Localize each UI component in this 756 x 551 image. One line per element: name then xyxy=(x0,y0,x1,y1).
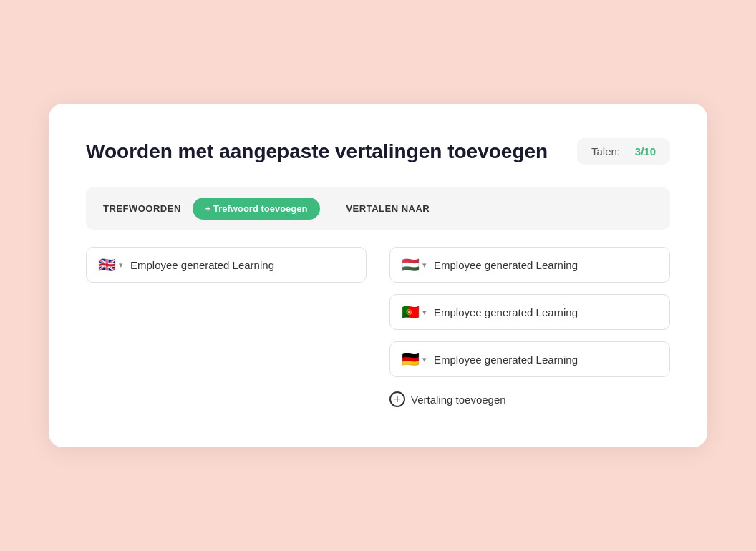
plus-circle-icon: + xyxy=(389,391,405,407)
language-dropdown-en[interactable]: 🇬🇧 ▾ xyxy=(98,258,123,272)
language-dropdown-pt[interactable]: 🇵🇹 ▾ xyxy=(402,305,427,319)
language-dropdown-de[interactable]: 🇩🇪 ▾ xyxy=(402,352,427,366)
chevron-down-icon: ▾ xyxy=(119,260,123,270)
chevron-down-icon: ▾ xyxy=(422,308,427,317)
talen-label: Talen: xyxy=(591,145,620,157)
vertalen-naar-label: VERTALEN NAAR xyxy=(331,203,653,214)
trefwoorden-label: TREFWOORDEN xyxy=(103,203,181,214)
add-translation-button[interactable]: + Vertaling toevoegen xyxy=(389,389,670,410)
talen-count: 3/10 xyxy=(635,145,656,157)
keyword-text: Employee generated Learning xyxy=(130,259,274,271)
chevron-down-icon: ▾ xyxy=(422,260,427,270)
columns-header: TREFWOORDEN + Trefwoord toevoegen VERTAL… xyxy=(86,187,670,230)
chevron-down-icon: ▾ xyxy=(422,355,427,364)
card-header: Woorden met aangepaste vertalingen toevo… xyxy=(86,138,670,165)
flag-de: 🇩🇪 xyxy=(402,352,420,366)
add-translation-label: Vertaling toevoegen xyxy=(411,394,506,406)
translation-row-0[interactable]: 🇭🇺 ▾ Employee generated Learning xyxy=(389,247,670,283)
translation-text-1: Employee generated Learning xyxy=(434,306,578,318)
translation-row-1[interactable]: 🇵🇹 ▾ Employee generated Learning xyxy=(389,294,670,330)
translation-text-2: Employee generated Learning xyxy=(434,353,578,366)
left-column: 🇬🇧 ▾ Employee generated Learning xyxy=(86,247,367,283)
talen-badge: Talen: 3/10 xyxy=(577,138,670,165)
add-trefwoord-button[interactable]: + Trefwoord toevoegen xyxy=(193,198,321,220)
translation-row-2[interactable]: 🇩🇪 ▾ Employee generated Learning xyxy=(389,341,670,377)
flag-hu: 🇭🇺 xyxy=(402,258,420,272)
page-title: Woorden met aangepaste vertalingen toevo… xyxy=(86,140,548,163)
main-card: Woorden met aangepaste vertalingen toevo… xyxy=(49,104,707,447)
language-dropdown-hu[interactable]: 🇭🇺 ▾ xyxy=(402,258,427,272)
keyword-input-box[interactable]: 🇬🇧 ▾ Employee generated Learning xyxy=(86,247,367,283)
translation-text-0: Employee generated Learning xyxy=(434,259,578,271)
right-column: 🇭🇺 ▾ Employee generated Learning 🇵🇹 ▾ Em… xyxy=(389,247,670,410)
flag-pt: 🇵🇹 xyxy=(402,305,420,319)
flag-uk: 🇬🇧 xyxy=(98,258,116,272)
content-row: 🇬🇧 ▾ Employee generated Learning 🇭🇺 ▾ Em… xyxy=(86,247,670,410)
